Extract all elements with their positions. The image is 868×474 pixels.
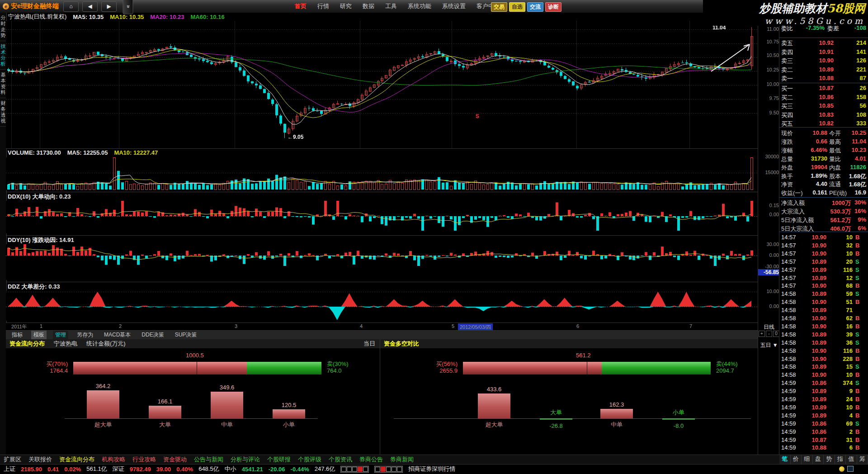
indicator-tab-管理[interactable]: 管理 <box>53 331 68 339</box>
tick-price: 10.90 <box>797 315 826 322</box>
quote-tab-笔[interactable]: 笔 <box>779 455 791 464</box>
ddz-chart[interactable] <box>6 291 758 321</box>
menu-item-数据[interactable]: 数据 <box>363 2 374 10</box>
ddx-chart[interactable] <box>6 201 758 233</box>
quote-tab-指[interactable]: 指 <box>835 455 846 464</box>
ddy-axis-m30: -30.00 <box>758 264 779 269</box>
quick-button-交流[interactable]: 交流 <box>527 2 543 12</box>
bottom-tab-机构攻略[interactable]: 机构攻略 <box>102 455 125 464</box>
period2-selector[interactable]: 五日 ▼ <box>758 341 780 349</box>
stacked-bar-buy <box>463 362 602 374</box>
corner-icons <box>839 466 854 472</box>
menu-item-系统设置[interactable]: 系统设置 <box>442 2 466 10</box>
bottom-tab-个股评级[interactable]: 个股评级 <box>298 455 321 464</box>
quick-button-交易[interactable]: 交易 <box>491 2 507 12</box>
bottom-tab-资金驱动[interactable]: 资金驱动 <box>163 455 187 464</box>
tick-time: 14:58 <box>781 363 796 370</box>
sidebar-item-技术分析[interactable]: 技术分析 <box>0 41 6 70</box>
bottom-tab-扩展区[interactable]: 扩展区 <box>4 455 21 464</box>
baseline <box>65 418 318 419</box>
collapse-icon[interactable]: « <box>123 0 133 14</box>
ddy-chart[interactable] <box>6 244 758 280</box>
indicator-tab-SUP决策[interactable]: SUP决策 <box>173 331 199 339</box>
tick-qty: 9 <box>830 388 853 394</box>
buy-qty: 26 <box>836 85 866 91</box>
sell-qty: 87 <box>836 75 866 81</box>
buy-level-label: 买四 <box>781 111 793 119</box>
bottom-tab-公告与新闻[interactable]: 公告与新闻 <box>194 455 223 464</box>
volume-label-row: VOLUME: 31730.00 MA5: 12255.05 MA10: 122… <box>8 149 158 156</box>
tick-time: 14:58 <box>781 299 796 305</box>
volume-chart[interactable] <box>6 157 758 190</box>
tick-row-12: 14:5810.8939S <box>779 331 868 339</box>
app-logo: e 安e理财金融终端 <box>3 2 59 10</box>
quick-button-诊断[interactable]: 诊断 <box>545 2 561 12</box>
vol-axis-30000: 30000 <box>758 154 779 159</box>
period-selector[interactable]: 日线 <box>758 323 780 331</box>
bottom-tab-个股资讯[interactable]: 个股资讯 <box>329 455 352 464</box>
zoom-button--[interactable]: - <box>766 331 772 337</box>
bottom-tab-行业攻略[interactable]: 行业攻略 <box>132 455 156 464</box>
quick-button-自选[interactable]: 自选 <box>509 2 525 12</box>
indicator-tab-指标[interactable]: 指标 <box>9 331 25 339</box>
tick-side: S <box>855 379 864 386</box>
alert-icon[interactable] <box>839 466 844 472</box>
bottom-tab-资金流向分布[interactable]: 资金流向分布 <box>59 455 94 464</box>
tick-row-8: 14:5810.9051B <box>779 299 868 307</box>
ddy-axis-0: 0.00 <box>758 252 779 258</box>
panel-icon[interactable] <box>847 466 854 472</box>
zoom-button-0[interactable]: 0 <box>773 331 779 337</box>
volume-ma5-label: MA5: 12255.05 <box>67 149 108 156</box>
bottom-tab-券商新闻[interactable]: 券商新闻 <box>390 455 414 464</box>
ddz-axis-0: 0.00 <box>758 303 779 309</box>
tick-price: 10.89 <box>797 275 826 281</box>
bottom-tab-个股研报[interactable]: 个股研报 <box>267 455 291 464</box>
zoom-button-+[interactable]: + <box>759 331 765 337</box>
menu-item-研究[interactable]: 研究 <box>340 2 352 10</box>
indicator-tab-DDE决策[interactable]: DDE决策 <box>139 331 166 339</box>
menu-item-首页[interactable]: 首页 <box>295 2 307 10</box>
tick-time: 14:59 <box>781 420 796 427</box>
price-axis-10.25: 10.25 <box>758 67 779 72</box>
candlestick-chart[interactable] <box>6 21 758 148</box>
sidebar-item-分时走势[interactable]: 分时走势 <box>0 13 6 41</box>
tick-time: 14:58 <box>781 307 796 313</box>
quote-tab-盘[interactable]: 盘 <box>813 455 824 464</box>
tick-time: 14:58 <box>781 339 796 346</box>
forward-icon[interactable]: ▶ <box>101 1 117 12</box>
tick-row-4: 14:5710.89116S <box>779 266 868 275</box>
back-icon[interactable]: ◀ <box>82 1 98 12</box>
home-icon[interactable]: ⌂ <box>63 1 79 12</box>
indicator-tab-模板[interactable]: 模板 <box>31 331 47 339</box>
menu-item-行情[interactable]: 行情 <box>317 2 329 10</box>
price-axis-10.00: 10.00 <box>758 81 779 87</box>
sell-price: 10.88 <box>802 75 834 81</box>
bottom-tab-分析与评论[interactable]: 分析与评论 <box>231 455 260 464</box>
tick-side: B <box>855 347 864 354</box>
info-label-2: 今开 <box>829 129 841 137</box>
menu-item-工具[interactable]: 工具 <box>385 2 397 10</box>
sidebar-item-基本资料[interactable]: 基本资料 <box>0 70 6 98</box>
category-bar-超大单 <box>87 390 119 418</box>
quote-tab-细[interactable]: 细 <box>802 455 813 464</box>
quote-tab-势[interactable]: 势 <box>824 455 835 464</box>
quote-tab-价[interactable]: 价 <box>791 455 802 464</box>
tick-row-15: 14:5810.90228B <box>779 356 868 364</box>
h-separator <box>6 192 758 192</box>
quote-tab-筹[interactable]: 筹 <box>857 455 868 464</box>
info-value-2: 4.01 <box>840 155 866 162</box>
bottom-tab-关联报价[interactable]: 关联报价 <box>28 455 52 464</box>
index-value: 2185.90 <box>21 466 42 473</box>
indicator-tab-另存为[interactable]: 另存为 <box>75 331 95 339</box>
quote-tab-值[interactable]: 值 <box>846 455 857 464</box>
tick-qty: 116 <box>830 347 853 354</box>
flow-left-period[interactable]: 当日 <box>363 340 375 348</box>
sidebar-item-财务透视[interactable]: 财务透视 <box>0 98 6 127</box>
bottom-tab-券商公告[interactable]: 券商公告 <box>359 455 383 464</box>
strip-cell <box>363 467 368 472</box>
indicator-tab-MACD基本[interactable]: MACD基本 <box>102 331 133 339</box>
menu-item-系统功能[interactable]: 系统功能 <box>408 2 431 10</box>
ma-label-3: MA60: 10.16 <box>191 14 225 20</box>
indicator-tabs: 指标模板管理另存为MACD基本DDE决策SUP决策 <box>6 331 758 339</box>
info-label-1: 换手 <box>781 172 793 180</box>
